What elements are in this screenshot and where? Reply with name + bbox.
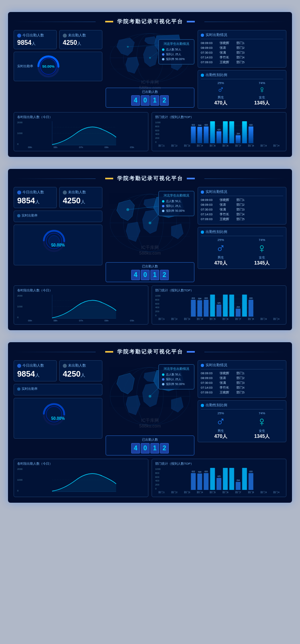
bar-x-labels: 部门1 部门2 部门3 部门4 部门5 部门6 部门7 部门8 部门9 部门4 xyxy=(155,144,283,148)
male-item-2: 25% ♂ 男生 470人 xyxy=(214,238,227,267)
svg-rect-79 xyxy=(236,309,241,317)
digit2-0: 0 xyxy=(141,270,150,280)
legend-dot-3-2 xyxy=(162,378,164,381)
record2-1: 08:09:03 张晓辉 部门1 xyxy=(201,198,283,202)
gender-box-2: 出勤性别比例 25% ♂ 男生 470人 74% ♀ 女生 xyxy=(198,227,286,269)
male-label-2: 男生 xyxy=(214,255,227,260)
svg-text:602: 602 xyxy=(192,124,196,126)
gender-row-2: 25% ♂ 男生 470人 74% ♀ 女生 1345人 xyxy=(201,238,283,267)
gauge-circle-3: 50.00% xyxy=(42,402,74,434)
female-icon-2: ♀ xyxy=(254,242,270,255)
present-label: 今日出勤人数 xyxy=(17,33,53,38)
legend-title-1: 河北学生出勤情况 xyxy=(162,42,191,46)
person-icon-2 xyxy=(17,191,21,195)
main-grid-3: 今日出勤人数 9854人 未出勤人数 4250人 xyxy=(14,360,286,455)
present-value: 9854人 xyxy=(17,39,53,46)
line-chart-inner: 2000 1000 0 xyxy=(17,121,145,145)
svg-rect-107 xyxy=(204,473,209,490)
absent-icon-2 xyxy=(63,191,67,195)
svg-rect-30 xyxy=(210,121,215,143)
bar-chart-title: 部门统计（报到人数TOP） xyxy=(155,115,283,119)
record-2: 08:09:03 张涛 部门2 xyxy=(201,46,283,50)
female-value-3: 1345人 xyxy=(254,433,270,440)
x-axis-labels: 09h 08h 07h 06h 05h xyxy=(17,146,145,148)
svg-rect-111 xyxy=(230,468,234,490)
realtime-box-2: 实时出勤情况 08:09:03 张晓辉 部门1 08:09:03 张涛 部门2 xyxy=(198,187,286,225)
absent-label-2: 未出勤人数 xyxy=(63,190,99,195)
svg-rect-110 xyxy=(223,468,228,490)
record3-2: 08:09:03 张涛 部门2 xyxy=(201,376,283,380)
record-1: 08:09:03 张晓辉 部门1 xyxy=(201,41,283,45)
male-label-3: 男生 xyxy=(214,429,227,433)
legend-item-3-1: 总人数 50人 xyxy=(162,373,191,377)
legend-dot-2 xyxy=(162,53,164,56)
male-label: 男生 xyxy=(214,95,227,100)
record3-1: 08:09:03 张晓辉 部门1 xyxy=(201,371,283,375)
male-icon-3: ♂ xyxy=(214,415,227,428)
male-value-3: 470人 xyxy=(214,433,227,440)
svg-rect-106 xyxy=(198,473,202,490)
rate-label-3: 实时出勤率 xyxy=(14,384,102,395)
digit-1: 1 xyxy=(150,95,159,106)
gender-title-2: 出勤性别比例 xyxy=(206,229,227,235)
person-icon-3 xyxy=(17,364,21,368)
legend-item-2-2: 报到人 25人 xyxy=(162,204,191,208)
record-4: 07:14:03 李竹长 部门4 xyxy=(201,56,283,60)
dashboard-title-3: 学院考勤记录可视化平台 xyxy=(117,348,183,355)
digit2-2: 2 xyxy=(160,270,169,280)
digit2-4: 4 xyxy=(131,270,140,280)
legend-title-2: 河北学生出勤情况 xyxy=(162,193,191,198)
present-stat-3: 今日出勤人数 9854人 xyxy=(14,360,57,381)
bar-x-labels-3: 部门1 部门2 部门3 部门4 部门5 部门6 部门7 部门8 部门9 部门4 xyxy=(155,491,283,494)
title-accent-right-2 xyxy=(187,178,195,179)
gender-row: 25% ♂ 男生 470人 74% ♀ 女生 1345人 xyxy=(201,81,283,106)
dashboard-title-1: 学院考勤记录可视化平台 xyxy=(117,18,183,25)
chart-icon-3 xyxy=(17,387,20,391)
bar-chart-inner-3: 1000 800 600 400 200 0 xyxy=(155,468,283,490)
legend-item-3-3: 报到率 50.00% xyxy=(162,382,191,386)
y-axis-labels-2: 2000 1000 0 xyxy=(17,295,22,319)
realtime-title-2: 实时出勤情况 xyxy=(206,189,227,195)
svg-text:294: 294 xyxy=(237,132,240,135)
realtime-icon xyxy=(201,34,204,37)
right-panel-1: 实时出勤情况 08:09:03 张晓辉 部门1 08:09:03 张涛 部门2 xyxy=(198,30,286,109)
bar-y-labels-2: 1000 800 600 400 200 0 xyxy=(155,295,160,317)
svg-text:600: 600 xyxy=(250,470,253,473)
gender-icon-2 xyxy=(201,231,204,234)
svg-rect-78 xyxy=(230,295,234,317)
record3-3: 07:30:03 张满 部门3 xyxy=(201,381,283,385)
male-icon: ♂ xyxy=(214,85,227,94)
female-label-2: 女生 xyxy=(254,255,270,260)
rate-value-3: 50.00% xyxy=(51,416,65,421)
female-label: 女生 xyxy=(254,95,270,100)
counter-digits-2: 4 0 1 2 xyxy=(109,270,191,280)
counter-label-1: 已出勤人数 xyxy=(109,90,191,94)
legend-item-3: 报到率 50.00% xyxy=(162,57,191,61)
present-value-3: 9854人 xyxy=(17,369,53,379)
bar-chart-svg: 602 594 600 789 425 789 789 294 789 600 xyxy=(162,121,283,143)
legend-item-3-2: 报到人 25人 xyxy=(162,377,191,381)
bottom-grid-1: 各时段出勤人数（今日） 2000 1000 0 xyxy=(14,112,286,151)
absent-value-3: 4250人 xyxy=(63,369,99,379)
realtime-box-3: 实时出勤情况 08:09:03 张晓辉 部门1 08:09:03 张涛 部门2 xyxy=(198,360,286,398)
gender-icon xyxy=(201,74,204,77)
line-chart-svg-3 xyxy=(24,468,145,492)
digit3-0: 0 xyxy=(141,443,150,453)
gender-header-3: 出勤性别比例 xyxy=(201,403,283,409)
record2-3: 07:30:03 张满 部门3 xyxy=(201,208,283,212)
gender-title: 出勤性别比例 xyxy=(206,72,227,78)
gender-header-2: 出勤性别比例 xyxy=(201,229,283,236)
rate-label: 实时出勤率 xyxy=(17,64,33,68)
absent-stat: 未出勤人数 4250人 xyxy=(59,30,102,49)
rate-value: 50.00% xyxy=(42,64,55,68)
digit2-1: 1 xyxy=(150,270,159,280)
gauge-box-3: 50.00% xyxy=(14,398,102,439)
counter-box-1: 已出勤人数 4 0 1 2 xyxy=(106,88,194,108)
stats-row-2: 今日出勤人数 9854人 未出勤人数 4250人 xyxy=(14,187,102,208)
line-chart-title-3: 各时段出勤人数（今日） xyxy=(17,461,145,466)
svg-rect-114 xyxy=(249,473,254,490)
bar-x-labels-2: 部门1 部门2 部门3 部门4 部门5 部门6 部门7 部门8 部门9 部门4 xyxy=(155,317,283,321)
present-label-3: 今日出勤人数 xyxy=(17,363,53,368)
female-item-3: 74% ♀ 女生 1345人 xyxy=(254,411,270,440)
bar-chart-inner: 1000 800 600 400 200 0 xyxy=(155,121,283,143)
